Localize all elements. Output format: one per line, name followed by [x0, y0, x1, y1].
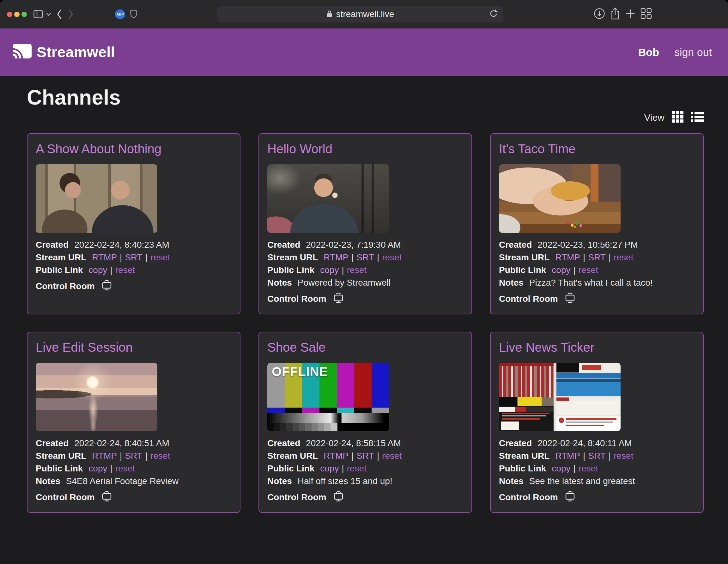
separator: | [349, 252, 356, 262]
public-reset-link[interactable]: reset [347, 464, 367, 473]
channel-title[interactable]: Hello World [267, 141, 463, 157]
srt-link[interactable]: SRT [125, 252, 143, 262]
channel-thumbnail[interactable] [267, 164, 389, 233]
control-room-monitor-icon[interactable] [332, 490, 345, 504]
address-bar[interactable]: streamwell.live [217, 6, 503, 22]
public-link-label: Public Link [36, 464, 83, 473]
public-link-label: Public Link [499, 265, 546, 275]
channel-title[interactable]: Shoe Sale [267, 339, 463, 355]
created-row: Created2022-02-24, 8:40:23 AM [36, 239, 232, 251]
app-header: Streamwell Bob sign out [0, 28, 728, 76]
control-room-monitor-icon[interactable] [332, 292, 345, 306]
copy-link[interactable]: copy [552, 265, 570, 275]
chevron-down-icon[interactable] [46, 13, 51, 16]
created-row: Created2022-02-24, 8:40:51 AM [36, 437, 232, 450]
close-button[interactable] [7, 12, 12, 17]
new-tab-icon[interactable] [625, 8, 636, 20]
streamwell-logo-icon[interactable] [12, 43, 32, 61]
stream-url-label: Stream URL [36, 451, 86, 461]
traffic-lights [7, 12, 27, 17]
rtmp-link[interactable]: RTMP [324, 451, 349, 461]
public-reset-link[interactable]: reset [347, 265, 367, 275]
brand-name[interactable]: Streamwell [37, 44, 115, 61]
copy-link[interactable]: copy [552, 464, 570, 473]
user-name[interactable]: Bob [638, 46, 659, 58]
public-reset-link[interactable]: reset [579, 265, 598, 275]
channel-details: Created2022-02-24, 8:58:15 AM Stream URL… [267, 437, 463, 504]
sidebar-toggle-icon[interactable] [33, 10, 43, 18]
rtmp-link[interactable]: RTMP [555, 252, 580, 262]
stream-reset-link[interactable]: reset [614, 451, 633, 461]
channel-title[interactable]: A Show About Nothing [36, 141, 232, 157]
public-reset-link[interactable]: reset [115, 265, 135, 275]
public-link-row: Public Linkcopy|reset [499, 264, 695, 276]
back-icon[interactable] [56, 9, 62, 19]
stream-url-row: Stream URLRTMP|SRT|reset [267, 450, 463, 462]
public-reset-link[interactable]: reset [579, 464, 598, 473]
forward-icon[interactable] [68, 9, 74, 19]
rtmp-link[interactable]: RTMP [324, 252, 349, 262]
control-room-monitor-icon[interactable] [100, 490, 113, 504]
channel-title[interactable]: Live News Ticker [499, 339, 695, 355]
notes-row: NotesHalf off sizes 15 and up! [267, 475, 463, 488]
stream-reset-link[interactable]: reset [150, 451, 170, 461]
control-room-label: Control Room [36, 281, 95, 291]
srt-link[interactable]: SRT [588, 252, 606, 262]
shield-icon[interactable] [130, 9, 137, 18]
control-room-monitor-icon[interactable] [100, 279, 113, 293]
channel-card: It's Taco Time Created2022-02-23, 10:56:… [490, 133, 704, 314]
rtmp-link[interactable]: RTMP [92, 252, 117, 262]
channel-thumbnail[interactable] [36, 363, 157, 431]
channel-grid: A Show About Nothing Created2022-02-24, … [27, 133, 704, 561]
share-icon[interactable] [610, 7, 621, 21]
separator: | [339, 464, 347, 473]
channel-thumbnail[interactable]: OFFLINE [267, 363, 389, 431]
separator: | [117, 252, 125, 262]
rtmp-link[interactable]: RTMP [92, 451, 117, 461]
channel-thumbnail[interactable] [36, 164, 157, 233]
stream-url-label: Stream URL [267, 451, 318, 461]
reload-icon[interactable] [489, 9, 498, 20]
channel-details: Created2022-02-24, 8:40:51 AM Stream URL… [36, 437, 232, 504]
copy-link[interactable]: copy [320, 464, 339, 473]
zoom-button[interactable] [21, 12, 27, 17]
adblock-badge[interactable]: ABP [115, 9, 125, 19]
stream-reset-link[interactable]: reset [382, 252, 402, 262]
channel-title[interactable]: Live Edit Session [36, 339, 232, 355]
srt-link[interactable]: SRT [356, 451, 374, 461]
channel-thumbnail[interactable] [499, 363, 621, 431]
rtmp-link[interactable]: RTMP [555, 451, 580, 461]
grid-view-icon[interactable] [672, 111, 683, 124]
separator: | [117, 451, 125, 461]
srt-link[interactable]: SRT [356, 252, 374, 262]
list-view-icon[interactable] [691, 112, 704, 124]
control-room-monitor-icon[interactable] [564, 490, 576, 504]
notes-text: See the latest and greatest [529, 476, 635, 486]
channel-card: Live News Ticker Created2022-02-24, 8:40… [490, 332, 704, 513]
tab-overview-icon[interactable] [640, 8, 652, 21]
public-link-row: Public Linkcopy|reset [36, 264, 232, 276]
stream-reset-link[interactable]: reset [382, 451, 402, 461]
public-link-row: Public Linkcopy|reset [499, 462, 695, 475]
copy-link[interactable]: copy [88, 265, 107, 275]
stream-reset-link[interactable]: reset [150, 252, 170, 262]
created-row: Created2022-02-23, 7:19:30 AM [267, 239, 463, 251]
control-room-monitor-icon[interactable] [564, 292, 576, 306]
toolbar-right-icons [593, 0, 652, 28]
control-room-row: Control Room [36, 490, 232, 504]
channel-title[interactable]: It's Taco Time [499, 141, 695, 157]
created-label: Created [36, 240, 69, 250]
minimize-button[interactable] [14, 12, 20, 17]
copy-link[interactable]: copy [88, 464, 107, 473]
control-room-row: Control Room [499, 292, 695, 306]
public-reset-link[interactable]: reset [115, 464, 135, 473]
created-row: Created2022-02-24, 8:58:15 AM [267, 437, 463, 450]
srt-link[interactable]: SRT [588, 451, 606, 461]
stream-url-row: Stream URLRTMP|SRT|reset [267, 251, 463, 264]
downloads-icon[interactable] [593, 8, 605, 21]
channel-thumbnail[interactable] [499, 164, 621, 233]
copy-link[interactable]: copy [320, 265, 339, 275]
stream-reset-link[interactable]: reset [614, 252, 633, 262]
srt-link[interactable]: SRT [125, 451, 143, 461]
sign-out-link[interactable]: sign out [674, 46, 712, 58]
